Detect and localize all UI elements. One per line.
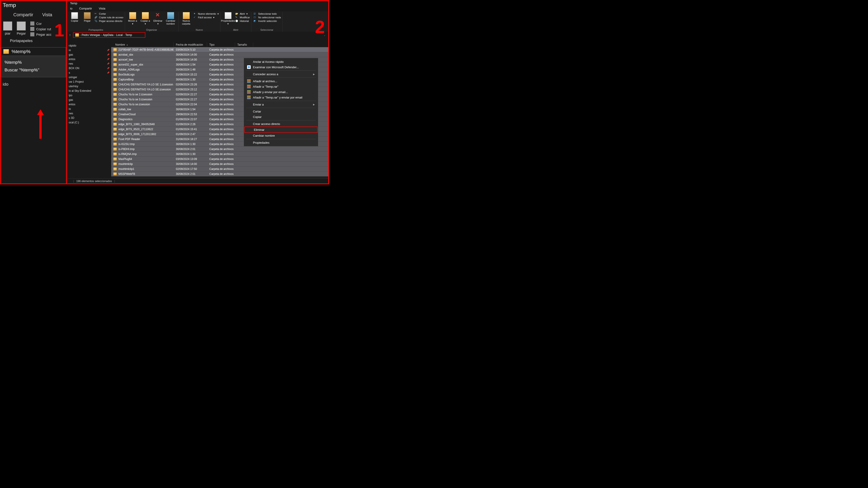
ctx-create-shortcut[interactable]: Crear acceso directo <box>244 121 318 127</box>
sort-asc-icon: ▲ <box>126 44 128 46</box>
open-button[interactable]: Abrir ▾ <box>235 12 250 15</box>
paste-shortcut-button[interactable]: Pegar acc <box>30 32 52 36</box>
sidebar-item[interactable]: oringer <box>67 75 111 79</box>
cut-button[interactable]: Cor <box>30 22 52 26</box>
ctx-add-to-archive[interactable]: Añadir al archivo... <box>244 78 318 84</box>
sidebar-item[interactable]: io <box>67 107 111 111</box>
tab-inicio[interactable]: io <box>67 6 75 11</box>
sidebar-item[interactable]: rápido <box>67 43 111 48</box>
file-name: is-P8DHI.tmp <box>119 148 174 151</box>
select-none-button[interactable]: No seleccionar nada <box>254 16 281 19</box>
paste-shortcut-button[interactable]: Pegar acceso directo <box>94 20 123 23</box>
sidebar-item[interactable]: BOX ON📌 <box>67 66 111 70</box>
table-row[interactable]: MSSPWebFB30/08/2024 2:01Carpeta de archi… <box>111 171 328 176</box>
paste-button[interactable]: Pegar <box>14 22 28 35</box>
chevron-down-icon: ▾ <box>157 22 159 25</box>
breadcrumb[interactable]: › Pedro Venegas › AppData › Local › Temp <box>73 32 145 38</box>
sidebar-item[interactable]: lo al Sky Extended <box>67 89 111 93</box>
folder-icon <box>114 118 117 121</box>
move-to-button[interactable]: Mover a▾ <box>126 12 139 25</box>
sidebar-fragment: ido <box>1 77 66 91</box>
ctx-delete[interactable]: Eliminar <box>244 127 318 133</box>
properties-button[interactable]: Propiedades▾ <box>222 12 235 25</box>
table-row[interactable]: MaxPlug6403/09/2024 13:09Carpeta de arch… <box>111 157 328 162</box>
tab-compartir[interactable]: Compartir <box>13 12 33 18</box>
sidebar-item[interactable]: ocal (C:) <box>67 120 111 125</box>
breadcrumb-segment[interactable]: Pedro Venegas <box>82 33 100 37</box>
table-row[interactable]: 21F95A8F-7D2F-447B-9AAE-A3E036B0B28E03/0… <box>111 47 328 52</box>
ctx-add-temp-and-email[interactable]: Añadir a "Temp.rar" y enviar por email <box>244 95 318 100</box>
delete-icon <box>155 12 161 19</box>
file-date: 30/08/2024 1:30 <box>174 78 207 81</box>
file-name: Foxit PDF Reader <box>119 138 174 141</box>
dropdown-item-temp[interactable]: %temp% <box>4 59 62 66</box>
breadcrumb-segment[interactable]: Temp <box>125 33 132 37</box>
column-date[interactable]: Fecha de modificación <box>174 42 207 47</box>
sidebar-item[interactable]: s 3D <box>67 116 111 120</box>
sidebar-item[interactable]: entos📌 <box>67 57 111 61</box>
rename-button[interactable]: Cambiar nombre <box>164 12 177 25</box>
table-row[interactable]: msohtmlclip30/08/2024 14:00Carpeta de ar… <box>111 162 328 166</box>
sidebar-item[interactable]: gas📌 <box>67 53 111 57</box>
sidebar-item[interactable]: ipo <box>67 93 111 98</box>
table-row[interactable]: is-RMQNA.tmp30/08/2024 1:30Carpeta de ar… <box>111 152 328 157</box>
column-type[interactable]: Tipo <box>207 42 235 47</box>
folder-icon <box>114 133 117 135</box>
select-all-button[interactable]: Seleccionar todo <box>254 12 281 15</box>
new-item-button[interactable]: Nuevo elemento ▾ <box>193 12 219 15</box>
file-date: 30/08/2024 14:00 <box>174 162 207 166</box>
breadcrumb-segment[interactable]: Local <box>116 33 123 37</box>
ctx-rename[interactable]: Cambiar nombre <box>244 133 318 138</box>
file-name: BoxStubLogs <box>119 73 174 76</box>
ctx-properties[interactable]: Propiedades <box>244 140 318 145</box>
delete-button[interactable]: Eliminar▾ <box>152 12 164 25</box>
sidebar-item[interactable]: nes <box>67 111 111 116</box>
ctx-add-and-email[interactable]: Añadir y enviar por email... <box>244 89 318 95</box>
copy-path-button[interactable]: Copiar ruta de acceso <box>94 16 123 19</box>
copy-to-button[interactable]: Copiar a▾ <box>139 12 152 25</box>
table-row[interactable]: acrobat_sbx30/08/2024 14:00Carpeta de ar… <box>111 52 328 57</box>
address-bar[interactable]: %temp% <box>1 47 66 56</box>
copy-path-icon <box>30 27 34 31</box>
sidebar-item[interactable]: io📌 <box>67 48 111 53</box>
modify-button[interactable]: Modificar <box>235 16 250 19</box>
sidebar-item[interactable]: uterHoy <box>67 84 111 89</box>
breadcrumb-segment[interactable]: AppData <box>103 33 114 37</box>
ctx-grant-access[interactable]: Conceder acceso a▶ <box>244 71 318 77</box>
copy-button[interactable]: piar <box>1 22 14 35</box>
file-name: edge_BITS_1080_394352648 <box>119 123 174 126</box>
up-button[interactable]: ↑ <box>68 33 72 37</box>
invert-selection-button[interactable]: Invertir selección <box>254 20 281 23</box>
copy-path-button[interactable]: Copiar rut <box>30 27 52 31</box>
ctx-pin-quick-access[interactable]: Anclar al Acceso rápido <box>244 59 318 64</box>
ctx-send-to[interactable]: Enviar a▶ <box>244 102 318 107</box>
file-name: Chuchu Ya lo se.izsession <box>119 103 174 106</box>
ctx-copy[interactable]: Copiar <box>244 114 318 120</box>
dropdown-item-search[interactable]: Buscar "%temp%" <box>4 66 62 74</box>
column-name[interactable]: Nombre▲ <box>111 42 174 47</box>
tab-vista[interactable]: Vista <box>42 12 52 18</box>
tab-vista[interactable]: Vista <box>96 6 108 11</box>
new-folder-button[interactable]: Nueva carpeta <box>180 12 193 25</box>
sidebar-item[interactable]: entos <box>67 102 111 107</box>
column-size[interactable]: Tamaño <box>235 42 253 47</box>
table-row[interactable]: is-P8DHI.tmp30/08/2024 2:01Carpeta de ar… <box>111 147 328 152</box>
easy-access-button[interactable]: Fácil acceso ▾ <box>193 16 219 19</box>
ctx-cut[interactable]: Cortar <box>244 109 318 114</box>
tab-compartir[interactable]: Compartir <box>76 6 95 11</box>
sidebar-item[interactable]: gas <box>67 98 111 102</box>
panel-1-zoom: Temp Compartir Vista piar Pegar Cor Copi… <box>1 1 66 184</box>
file-name: Adobe_ADMLogs <box>119 68 174 71</box>
cut-button[interactable]: Cortar <box>94 12 123 15</box>
ctx-add-to-temp-rar[interactable]: Añadir a "Temp.rar" <box>244 84 318 89</box>
file-date: 01/09/2024 2:47 <box>174 133 207 136</box>
copy-button[interactable]: Copiar <box>68 12 81 22</box>
paste-button[interactable]: Pegar <box>81 12 94 22</box>
sidebar-item[interactable]: uw 1 Project <box>67 79 111 84</box>
file-date: 30/08/2024 14:00 <box>174 58 207 61</box>
table-row[interactable]: msohtmlclip102/09/2024 17:50Carpeta de a… <box>111 166 328 171</box>
history-button[interactable]: Historial <box>235 20 250 23</box>
sidebar-item[interactable]: s📌 <box>67 70 111 75</box>
ctx-defender-scan[interactable]: Examinar con Microsoft Defender... <box>244 64 318 70</box>
sidebar-item[interactable]: nes📌 <box>67 61 111 66</box>
